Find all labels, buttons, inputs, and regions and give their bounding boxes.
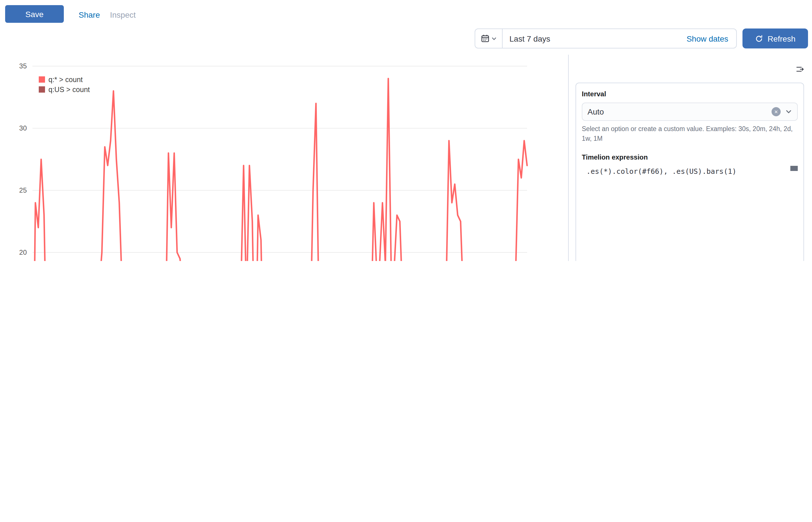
legend-label: q:* > count — [48, 76, 83, 83]
legend-swatch — [39, 76, 45, 83]
interval-value: Auto — [588, 107, 767, 116]
line-series — [33, 79, 527, 261]
time-picker: Last 7 days Show dates — [475, 28, 737, 48]
menu-right-icon — [796, 64, 804, 74]
refresh-icon — [755, 35, 763, 42]
refresh-button[interactable]: Refresh — [743, 28, 808, 48]
legend-swatch — [39, 86, 45, 93]
expression-code[interactable]: .es(*).color(#f66), .es(US).bars(1) — [582, 166, 798, 176]
y-tick-label: 20 — [19, 248, 27, 256]
chart-panel: 051015202530352020-07-31 00:002020-08-01… — [0, 55, 568, 261]
calendar-icon — [481, 34, 489, 43]
interval-clear-button[interactable]: × — [772, 107, 781, 116]
select-caret-icon — [785, 108, 792, 115]
date-quick-select-button[interactable] — [475, 29, 503, 48]
share-link[interactable]: Share — [79, 10, 100, 19]
y-tick-label: 35 — [19, 62, 27, 70]
timelion-expression-label: Timelion expression — [582, 154, 798, 162]
timelion-chart-svg[interactable]: 051015202530352020-07-31 00:002020-08-01… — [0, 55, 568, 261]
timelion-expression-editor[interactable]: .es(*).color(#f66), .es(US).bars(1) — [582, 166, 798, 261]
y-tick-label: 30 — [19, 124, 27, 132]
editor-scrollbar-thumb[interactable] — [790, 166, 798, 171]
collapse-editor-button[interactable] — [793, 62, 808, 76]
chevron-down-icon — [491, 36, 496, 41]
main-content: 051015202530352020-07-31 00:002020-08-01… — [0, 55, 812, 261]
interval-label: Interval — [582, 90, 798, 98]
refresh-label: Refresh — [768, 34, 795, 43]
legend-label: q:US > count — [48, 85, 90, 94]
save-button[interactable]: Save — [5, 5, 64, 23]
inspect-link[interactable]: Inspect — [110, 10, 136, 19]
time-range-value[interactable]: Last 7 days — [509, 34, 550, 43]
timelion-expression-panel: Interval Auto × Select an option or crea… — [568, 55, 812, 261]
y-tick-label: 25 — [19, 186, 27, 194]
interval-help-text: Select an option or create a custom valu… — [582, 124, 798, 143]
expression-form-card: Interval Auto × Select an option or crea… — [575, 83, 804, 261]
top-bar: Save Share Inspect L — [0, 0, 812, 55]
interval-select[interactable]: Auto × — [582, 103, 798, 121]
timelion-visualization-editor: Save Share Inspect L — [0, 0, 812, 261]
show-dates-button[interactable]: Show dates — [687, 34, 736, 43]
